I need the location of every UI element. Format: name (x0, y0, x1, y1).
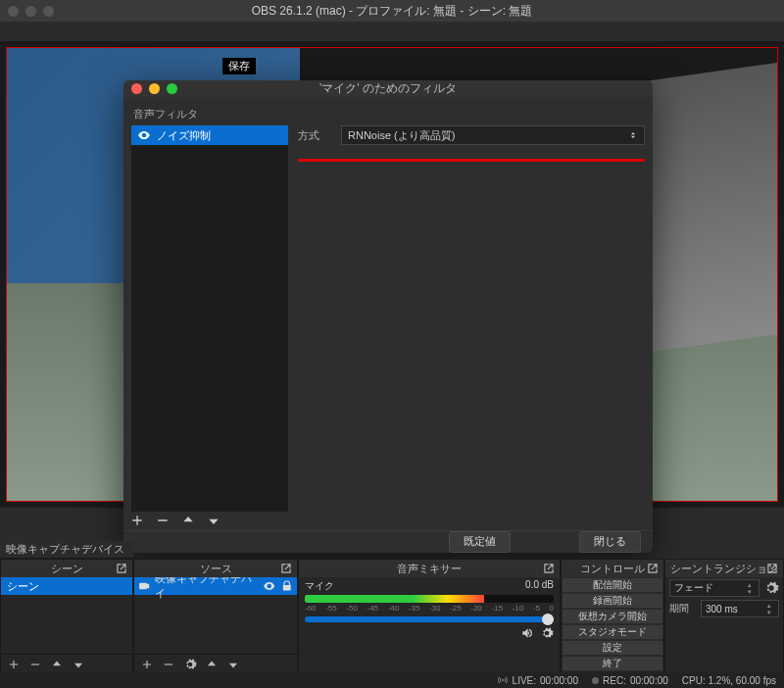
duration-input[interactable]: 300 ms ▴▾ (701, 600, 779, 617)
dock-row: シーン シーン ソース 映像キャプチャデバイ (0, 559, 784, 674)
record-dot-icon (592, 677, 599, 684)
filters-dialog: 'マイク' のためのフィルタ 音声フィルタ ノイズ抑制 方式 RNNoise (… (123, 80, 653, 553)
status-bar: LIVE:00:00:00 REC:00:00:00 CPU: 1.2%, 60… (0, 672, 784, 688)
source-settings-button[interactable] (183, 658, 197, 671)
add-scene-button[interactable] (7, 658, 21, 671)
scenes-dock: シーン シーン (0, 559, 133, 674)
transition-settings-icon[interactable] (763, 580, 779, 596)
controls-dock: コントロール 配信開始 録画開始 仮想カメラ開始 スタジオモード 設定 終了 (561, 559, 664, 674)
scene-down-button[interactable] (72, 658, 85, 671)
exit-button[interactable]: 終了 (562, 656, 663, 671)
scene-item[interactable]: シーン (1, 577, 132, 595)
transitions-header: シーントランジション (665, 560, 783, 577)
video-capture-device-label: 映像キャプチャデバイス (0, 541, 133, 559)
broadcast-icon (497, 674, 509, 686)
transition-select[interactable]: フェード ▴▾ (669, 579, 760, 597)
settings-button[interactable]: 設定 (562, 640, 663, 656)
audio-filters-label: 音声フィルタ (131, 103, 645, 125)
sources-dock: ソース 映像キャプチャデバイ (133, 559, 298, 674)
remove-scene-button[interactable] (28, 658, 42, 671)
start-virtual-cam-button[interactable]: 仮想カメラ開始 (562, 609, 663, 624)
volume-slider[interactable] (305, 616, 554, 622)
mixer-track-level: 0.0 dB (525, 579, 554, 593)
method-select[interactable]: RNNoise (より高品質) (341, 125, 645, 145)
undock-icon[interactable] (279, 562, 293, 575)
camera-icon (138, 579, 151, 593)
dialog-minimize-icon[interactable] (149, 83, 160, 94)
app-titlebar: OBS 26.1.2 (mac) - プロファイル: 無題 - シーン: 無題 (0, 0, 784, 22)
start-recording-button[interactable]: 録画開始 (562, 593, 663, 609)
track-settings-icon[interactable] (540, 626, 554, 640)
slider-knob[interactable] (542, 614, 554, 625)
sources-list[interactable]: 映像キャプチャデバイ (134, 577, 297, 654)
overlay-save-label: 保存 (222, 58, 256, 74)
dialog-title: 'マイク' のためのフィルタ (319, 80, 457, 97)
dialog-titlebar: 'マイク' のためのフィルタ (123, 80, 653, 97)
zoom-window-icon[interactable] (43, 6, 54, 17)
menu-bar (0, 22, 784, 41)
move-up-button[interactable] (180, 513, 196, 528)
studio-mode-button[interactable]: スタジオモード (562, 624, 663, 640)
annotation-redline (298, 159, 645, 162)
dialog-zoom-icon[interactable] (167, 83, 177, 94)
visibility-icon[interactable] (263, 579, 275, 593)
mute-icon[interactable] (520, 626, 534, 640)
method-label: 方式 (298, 128, 333, 143)
remove-filter-button[interactable] (155, 513, 171, 528)
undock-icon[interactable] (542, 562, 556, 575)
app-title: OBS 26.1.2 (mac) - プロファイル: 無題 - シーン: 無題 (252, 3, 533, 20)
move-down-button[interactable] (206, 513, 221, 528)
filter-list[interactable]: ノイズ抑制 (131, 125, 288, 512)
scenes-header: シーン (1, 560, 132, 577)
chevron-up-down-icon (628, 130, 638, 140)
visibility-icon[interactable] (137, 128, 151, 142)
filter-item-noise-suppression[interactable]: ノイズ抑制 (131, 125, 288, 145)
undock-icon[interactable] (646, 562, 660, 575)
dialog-traffic-lights (131, 83, 177, 94)
meter-ticks: -60-55-50-45-40-35-30-25-20-15-10-50 (305, 604, 554, 613)
filter-item-label: ノイズ抑制 (157, 128, 211, 143)
transitions-dock: シーントランジション フェード ▴▾ 期間 300 ms ▴▾ (664, 559, 784, 674)
add-source-button[interactable] (140, 658, 154, 671)
close-window-icon[interactable] (8, 6, 19, 17)
source-down-button[interactable] (226, 658, 240, 671)
mixer-track-name: マイク (305, 579, 334, 593)
window-traffic-lights (8, 6, 54, 17)
mixer-track: マイク 0.0 dB -60-55-50-45-40-35-30-25-20-1… (299, 577, 560, 642)
audio-mixer-dock: 音声ミキサー マイク 0.0 dB -60-55-50-45-40-35-30-… (298, 559, 561, 674)
cpu-status: CPU: 1.2%, 60.00 fps (682, 675, 776, 686)
start-streaming-button[interactable]: 配信開始 (562, 577, 663, 593)
source-item[interactable]: 映像キャプチャデバイ (134, 577, 297, 595)
controls-header: コントロール (562, 560, 663, 577)
mixer-header: 音声ミキサー (299, 560, 560, 577)
minimize-window-icon[interactable] (25, 6, 36, 17)
method-select-value: RNNoise (より高品質) (348, 128, 455, 143)
duration-label: 期間 (669, 602, 697, 615)
dialog-close-icon[interactable] (131, 83, 142, 94)
undock-icon[interactable] (115, 562, 128, 575)
lock-icon[interactable] (280, 579, 293, 593)
filter-properties: 方式 RNNoise (より高品質) (298, 125, 645, 512)
source-up-button[interactable] (205, 658, 219, 671)
remove-source-button[interactable] (162, 658, 175, 671)
add-filter-button[interactable] (129, 513, 145, 528)
sources-header: ソース (134, 560, 297, 577)
undock-icon[interactable] (765, 562, 779, 575)
live-status: LIVE:00:00:00 (497, 674, 578, 686)
scene-up-button[interactable] (50, 658, 64, 671)
scenes-list[interactable]: シーン (1, 577, 132, 654)
filter-toolbar (123, 512, 653, 530)
audio-meter (305, 595, 554, 603)
rec-status: REC:00:00:00 (592, 675, 668, 686)
